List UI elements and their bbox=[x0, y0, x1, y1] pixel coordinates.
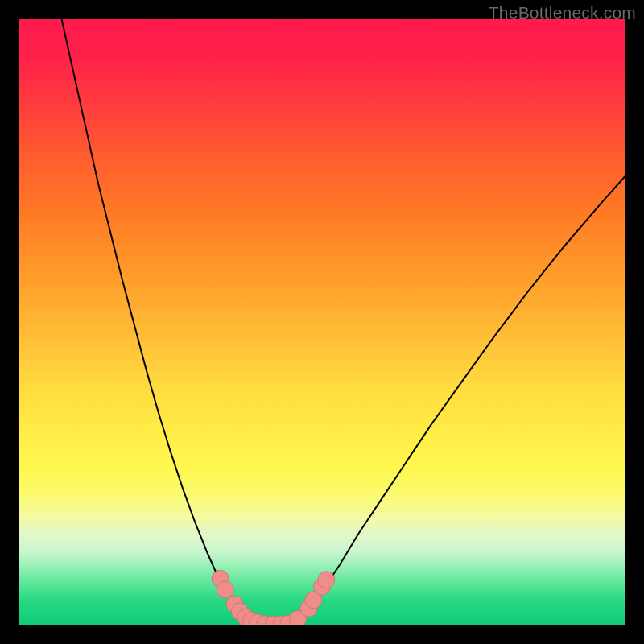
marker-dot bbox=[318, 572, 335, 588]
plot-area bbox=[19, 19, 625, 625]
marker-dot bbox=[217, 581, 233, 598]
bottleneck-curve bbox=[62, 19, 625, 625]
watermark-text: TheBottleneck.com bbox=[489, 3, 636, 23]
curve-path bbox=[62, 19, 625, 625]
outer-frame: TheBottleneck.com bbox=[0, 0, 644, 644]
chart-svg bbox=[19, 19, 625, 625]
data-markers bbox=[212, 570, 335, 625]
